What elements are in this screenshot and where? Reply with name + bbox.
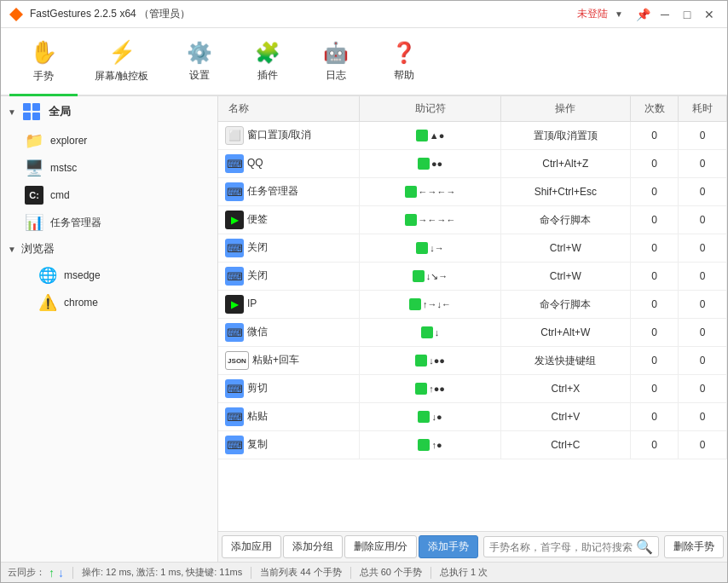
cell-shortcut: ↓●● xyxy=(360,347,501,375)
minimize-button[interactable]: ─ xyxy=(654,3,676,26)
cell-action: Ctrl+W xyxy=(500,234,630,263)
current-count: 当前列表 44 个手势 xyxy=(260,566,341,579)
sync-down-icon[interactable]: ↓ xyxy=(58,566,64,580)
gesture-shortcut: ↑● xyxy=(367,439,494,451)
search-icon[interactable]: 🔍 xyxy=(636,539,653,555)
tab-help[interactable]: ❓ 帮助 xyxy=(370,28,438,95)
cell-name: ⌨微信 xyxy=(218,319,360,347)
green-square xyxy=(416,242,428,254)
table-row[interactable]: JSON粘贴+回车 ↓●● 发送快捷键组 0 0 xyxy=(218,347,727,375)
cell-count: 0 xyxy=(630,150,679,178)
col-action: 操作 xyxy=(500,96,630,122)
cell-shortcut: ↓ xyxy=(360,319,501,347)
cell-time: 0 xyxy=(679,291,727,319)
cell-time: 0 xyxy=(679,403,727,431)
delete-gesture-button[interactable]: 删除手势 xyxy=(664,535,724,558)
login-dropdown[interactable]: ▼ xyxy=(615,9,623,19)
divider-2 xyxy=(251,567,251,579)
shortcut-symbols: ●● xyxy=(431,159,442,169)
cell-time: 0 xyxy=(679,150,727,178)
cell-action: Ctrl+Alt+W xyxy=(500,319,630,347)
tab-logs-label: 日志 xyxy=(326,68,346,83)
cell-count: 0 xyxy=(630,178,679,206)
question-icon: ❓ xyxy=(391,41,417,65)
sync-up-icon[interactable]: ↑ xyxy=(49,566,55,580)
cell-name: ▶便签 xyxy=(218,206,360,234)
sidebar-global-header[interactable]: ▼ 全局 xyxy=(1,96,217,127)
cell-action: 置顶/取消置顶 xyxy=(500,122,630,150)
shortcut-symbols: ↑→↓← xyxy=(423,299,451,309)
sidebar-browser-header[interactable]: ▼ 浏览器 xyxy=(1,236,217,262)
exec-count: 总执行 1 次 xyxy=(440,566,488,579)
table-row[interactable]: ⌨QQ ●● Ctrl+Alt+Z 0 0 xyxy=(218,150,727,178)
sidebar-item-cmd[interactable]: C: cmd xyxy=(1,182,217,209)
shortcut-symbols: ↑● xyxy=(431,440,442,450)
table-row[interactable]: ⬜窗口置顶/取消 ▲● 置顶/取消置顶 0 0 xyxy=(218,122,727,150)
hand-icon: ✋ xyxy=(30,39,57,66)
shortcut-symbols: ↓● xyxy=(431,412,442,422)
search-input[interactable] xyxy=(489,541,636,553)
green-square xyxy=(405,186,417,198)
perf-info: 操作: 12 ms, 激活: 1 ms, 快捷键: 11ms xyxy=(82,566,242,579)
sidebar-item-chrome[interactable]: ⚠️ chrome xyxy=(1,289,217,316)
sidebar-explorer-label: explorer xyxy=(50,135,87,147)
shortcut-symbols: ↑●● xyxy=(429,384,445,394)
shortcut-symbols: ↓↘→ xyxy=(426,271,448,282)
cell-action: 命令行脚本 xyxy=(500,206,630,234)
pin-button[interactable]: 📌 xyxy=(632,3,654,26)
sidebar-cmd-label: cmd xyxy=(50,189,70,201)
cell-shortcut: ▲● xyxy=(360,122,501,150)
sync-section: 云同步： ↑ ↓ xyxy=(8,566,64,580)
add-group-button[interactable]: 添加分组 xyxy=(283,535,343,558)
tab-plugins[interactable]: 🧩 插件 xyxy=(234,28,302,95)
cell-count: 0 xyxy=(630,319,679,347)
content-area: 名称 助记符 操作 次数 耗时 ⬜窗口置顶/取消 ▲● 置顶/取消置顶 0 0 … xyxy=(218,96,727,562)
cell-shortcut: ←→←→ xyxy=(360,178,501,206)
edge-icon: 🌐 xyxy=(38,266,57,285)
cell-time: 0 xyxy=(679,431,727,459)
cell-count: 0 xyxy=(630,375,679,403)
maximize-button[interactable]: □ xyxy=(676,3,698,26)
app-logo xyxy=(8,6,25,23)
add-gesture-button[interactable]: 添加手势 xyxy=(419,535,478,558)
table-row[interactable]: ⌨复制 ↑● Ctrl+C 0 0 xyxy=(218,431,727,459)
cell-action: Ctrl+C xyxy=(500,431,630,459)
cell-shortcut: ●● xyxy=(360,150,501,178)
table-row[interactable]: ⌨关闭 ↓→ Ctrl+W 0 0 xyxy=(218,234,727,263)
sidebar-item-mstsc[interactable]: 🖥️ mstsc xyxy=(1,154,217,182)
tab-screen[interactable]: ⚡ 屏幕/触控板 xyxy=(78,28,165,95)
sidebar-item-explorer[interactable]: 📁 explorer xyxy=(1,127,217,154)
cell-action: Ctrl+V xyxy=(500,403,630,431)
tab-help-label: 帮助 xyxy=(394,68,414,83)
sidebar-item-msedge[interactable]: 🌐 msedge xyxy=(1,262,217,289)
folder-icon: 📁 xyxy=(25,131,43,150)
green-square xyxy=(421,326,433,338)
triangle-icon: ▼ xyxy=(8,107,16,117)
svg-marker-0 xyxy=(9,8,23,21)
table-row[interactable]: ▶便签 →←→← 命令行脚本 0 0 xyxy=(218,206,727,234)
cell-time: 0 xyxy=(679,347,727,375)
tab-settings[interactable]: ⚙️ 设置 xyxy=(165,28,234,95)
table-row[interactable]: ⌨任务管理器 ←→←→ Shif+Ctrl+Esc 0 0 xyxy=(218,178,727,206)
tab-logs[interactable]: 🤖 日志 xyxy=(302,28,370,95)
table-row[interactable]: ▶IP ↑→↓← 命令行脚本 0 0 xyxy=(218,291,727,319)
divider-1 xyxy=(72,567,73,579)
close-button[interactable]: ✕ xyxy=(698,3,720,26)
tabbar: ✋ 手势 ⚡ 屏幕/触控板 ⚙️ 设置 🧩 插件 🤖 日志 ❓ 帮助 xyxy=(1,28,727,96)
delete-app-button[interactable]: 删除应用/分 xyxy=(344,535,417,558)
gesture-table[interactable]: 名称 助记符 操作 次数 耗时 ⬜窗口置顶/取消 ▲● 置顶/取消置顶 0 0 … xyxy=(218,96,727,531)
chrome-icon: ⚠️ xyxy=(38,293,57,312)
statusbar: 云同步： ↑ ↓ 操作: 12 ms, 激活: 1 ms, 快捷键: 11ms … xyxy=(1,562,727,582)
login-status[interactable]: 未登陆 xyxy=(577,7,608,21)
bottom-toolbar: 添加应用 添加分组 删除应用/分 添加手势 🔍 删除手势 xyxy=(218,531,727,562)
table-row[interactable]: ⌨剪切 ↑●● Ctrl+X 0 0 xyxy=(218,375,727,403)
table-row[interactable]: ⌨粘贴 ↓● Ctrl+V 0 0 xyxy=(218,403,727,431)
tab-gesture[interactable]: ✋ 手势 xyxy=(9,28,78,95)
table-row[interactable]: ⌨关闭 ↓↘→ Ctrl+W 0 0 xyxy=(218,263,727,291)
table-row[interactable]: ⌨微信 ↓ Ctrl+Alt+W 0 0 xyxy=(218,319,727,347)
cell-name: ⌨关闭 xyxy=(218,234,360,263)
add-app-button[interactable]: 添加应用 xyxy=(222,535,281,558)
app-title: FastGestures 2.2.5 x64 （管理员） xyxy=(30,7,577,21)
cell-name: ⌨剪切 xyxy=(218,375,360,403)
sidebar-item-taskman[interactable]: 📊 任务管理器 xyxy=(1,209,217,236)
